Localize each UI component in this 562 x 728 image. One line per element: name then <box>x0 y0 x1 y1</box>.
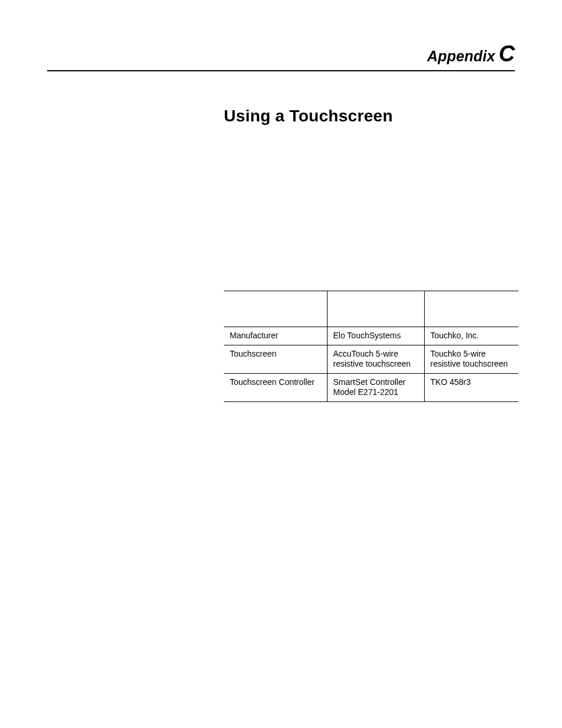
table-cell: Touchko, Inc. <box>424 327 518 345</box>
table-cell-label: Manufacturer <box>224 327 327 345</box>
table-cell: AccuTouch 5-wire resistive touchscreen <box>327 345 424 373</box>
page-title: Using a Touchscreen <box>224 107 515 126</box>
table-cell-label: Touchscreen Controller <box>224 373 327 401</box>
table-row: Manufacturer Elo TouchSystems Touchko, I… <box>224 327 518 345</box>
touchscreen-spec-table: Manufacturer Elo TouchSystems Touchko, I… <box>224 291 518 402</box>
table-header-cell <box>327 291 424 327</box>
page-header: AppendixC <box>47 41 515 71</box>
table-header-cell <box>424 291 518 327</box>
table-header-row <box>224 291 518 327</box>
table-cell: Touchko 5-wire resistive touchscreen <box>424 345 518 373</box>
appendix-word: Appendix <box>427 48 495 64</box>
appendix-letter: C <box>499 41 515 66</box>
table-cell: Elo TouchSystems <box>327 327 424 345</box>
document-page: AppendixC Using a Touchscreen Manufactur… <box>0 0 562 728</box>
touchscreen-spec-table-wrap: Manufacturer Elo TouchSystems Touchko, I… <box>224 291 518 402</box>
table-row: Touchscreen Controller SmartSet Controll… <box>224 373 518 401</box>
table-cell-label: Touchscreen <box>224 345 327 373</box>
table-header-cell <box>224 291 327 327</box>
table-cell: SmartSet Controller Model E271-2201 <box>327 373 424 401</box>
table-cell: TKO 458r3 <box>424 373 518 401</box>
table-row: Touchscreen AccuTouch 5-wire resistive t… <box>224 345 518 373</box>
